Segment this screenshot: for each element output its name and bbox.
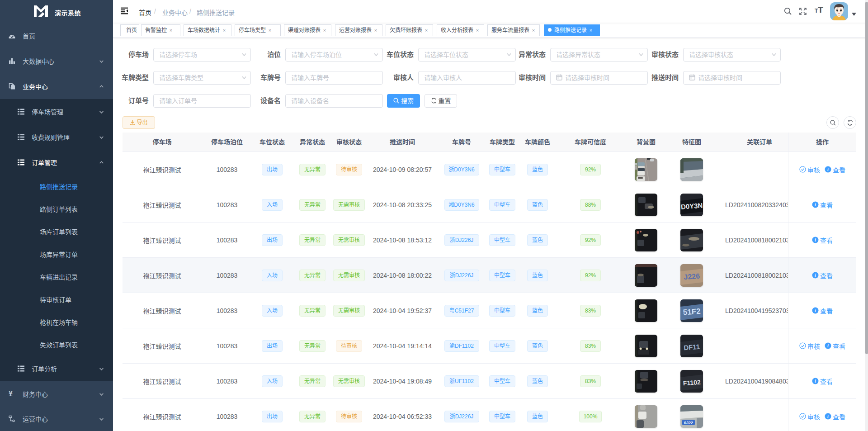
svg-text:D0Y3N: D0Y3N bbox=[680, 201, 703, 210]
svg-text:DF11: DF11 bbox=[684, 343, 700, 351]
svg-text:J226: J226 bbox=[684, 272, 700, 281]
svg-text:i: i bbox=[815, 273, 816, 278]
svg-text:i: i bbox=[827, 343, 829, 348]
svg-text:F1102: F1102 bbox=[683, 379, 701, 387]
svg-text:i: i bbox=[815, 308, 816, 313]
svg-text:0J22: 0J22 bbox=[684, 421, 693, 425]
svg-text:i: i bbox=[815, 237, 816, 242]
svg-text:i: i bbox=[827, 167, 829, 172]
svg-text:51F2: 51F2 bbox=[683, 307, 701, 317]
svg-text:i: i bbox=[815, 202, 816, 207]
svg-text:i: i bbox=[815, 379, 816, 384]
svg-text:i: i bbox=[827, 414, 829, 419]
